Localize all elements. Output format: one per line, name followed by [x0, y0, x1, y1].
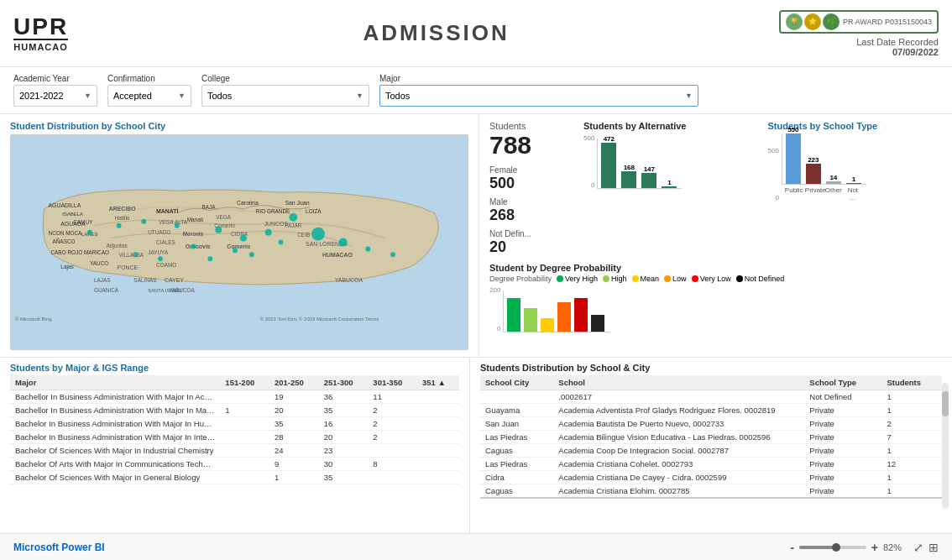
- degree-bar-notdefined: [591, 315, 604, 332]
- alt-bar-2: [621, 171, 636, 188]
- female-value: 500: [489, 175, 573, 192]
- students-value: 788: [489, 131, 573, 159]
- stype-y-max: 500: [768, 147, 779, 154]
- svg-text:YAUCO: YAUCO: [90, 260, 108, 266]
- svg-text:AÑASCO: AÑASCO: [52, 238, 75, 244]
- table-row: Bachellor In Business Administration Wit…: [10, 404, 459, 417]
- svg-text:MARICAO: MARICAO: [84, 249, 109, 255]
- svg-text:LAJAS: LAJAS: [94, 277, 111, 283]
- svg-text:NCON MOCA: NCON MOCA: [49, 230, 83, 236]
- filters-bar: Academic Year 2021-2022 ▼ Confirmation A…: [0, 67, 952, 114]
- college-select[interactable]: Todos ▼: [201, 85, 369, 107]
- svg-point-65: [133, 252, 138, 257]
- confirmation-label: Confirmation: [107, 74, 191, 83]
- svg-text:CEIB: CEIB: [297, 232, 310, 238]
- svg-point-59: [390, 252, 395, 257]
- zoom-plus-button[interactable]: +: [871, 541, 878, 554]
- table-row: .0002617Not Defined1: [480, 390, 942, 404]
- svg-point-61: [233, 248, 238, 253]
- zoom-slider[interactable]: [799, 546, 866, 549]
- major-select[interactable]: Todos ▼: [379, 85, 698, 107]
- award-icon-1: 🏆: [786, 13, 803, 30]
- col-201: 201-250: [269, 375, 319, 390]
- svg-point-48: [240, 235, 247, 242]
- degree-bar-mean: [541, 318, 554, 332]
- svg-point-53: [117, 223, 122, 228]
- confirmation-select[interactable]: Accepted ▼: [107, 85, 191, 107]
- svg-text:CAMUY: CAMUY: [73, 219, 93, 225]
- svg-text:AGUADILLA: AGUADILLA: [49, 202, 81, 208]
- award-text: PR AWARD P0315150043: [843, 18, 932, 26]
- svg-text:GUANICA: GUANICA: [94, 287, 119, 293]
- table-row: CidraAcademia Cristiana De Cayey - Cidra…: [480, 471, 942, 484]
- stype-bars-container: 550 223 14: [782, 134, 866, 185]
- svg-text:Hatillo: Hatillo: [115, 215, 130, 221]
- male-label: Male: [489, 197, 573, 207]
- col-301: 301-350: [368, 375, 417, 390]
- female-label: Female: [489, 165, 573, 175]
- header-right: 🏆 ⭐ 🌿 PR AWARD P0315150043 Last Date Rec…: [779, 10, 939, 57]
- academic-year-label: Academic Year: [13, 74, 97, 83]
- major-table-wrapper[interactable]: Major 151-200 201-250 251-300 301-350 35…: [10, 375, 459, 484]
- svg-text:LOIZA: LOIZA: [306, 208, 322, 214]
- zoom-minus-button[interactable]: -: [790, 541, 794, 554]
- table-total-row: Total788: [480, 498, 942, 501]
- col-151: 151-200: [220, 375, 269, 390]
- table-row: Bachellor In Business Administration Wit…: [10, 390, 459, 404]
- svg-point-55: [191, 243, 196, 249]
- scrollbar-thumb[interactable]: [942, 391, 949, 416]
- stype-bar-public: [786, 133, 801, 184]
- chevron-down-icon: ▼: [178, 92, 186, 100]
- logo: UPR HUMACAO: [13, 15, 68, 52]
- fullscreen-icon[interactable]: ⤢: [913, 541, 923, 554]
- svg-text:© 2023 TomTom, © 2023 Microsof: © 2023 TomTom, © 2023 Microsoft Corporat…: [260, 317, 379, 322]
- resize-icon[interactable]: ⊞: [928, 541, 939, 554]
- map-svg: AGUADILLA ISABELA AGUADA NCON MOCA AÑASC…: [11, 135, 468, 349]
- alt-bar-4: [662, 186, 677, 188]
- svg-text:FAJAR: FAJAR: [285, 222, 301, 228]
- svg-text:MANATÍ: MANATÍ: [156, 207, 179, 214]
- logo-upr: UPR: [13, 15, 68, 39]
- table-row: Bachelor Of Sciences With Major In Gener…: [10, 471, 459, 484]
- chevron-down-icon: ▼: [356, 92, 364, 100]
- school-type-chart: Students by School Type 500 0 550: [768, 121, 943, 201]
- powerbi-link[interactable]: Microsoft Power BI: [13, 542, 105, 553]
- alt-bars-container: 472 168 147: [597, 139, 682, 189]
- students-label: Students: [489, 121, 573, 131]
- svg-point-52: [141, 219, 146, 224]
- alt-y-min: 0: [583, 181, 594, 189]
- major-igs-section: Students by Major & IGS Range Major 151-…: [0, 358, 470, 533]
- award-icon-2: ⭐: [804, 13, 821, 30]
- degree-bar-low: [557, 302, 571, 332]
- svg-text:Comerio: Comerio: [227, 243, 250, 249]
- page-title: ADMISSION: [93, 20, 779, 46]
- svg-text:ISABELA: ISABELA: [62, 212, 83, 217]
- academic-year-select[interactable]: 2021-2022 ▼: [13, 85, 97, 107]
- table-row: San JuanAcademia Bautista De Puerto Nuev…: [480, 417, 942, 431]
- school-table-wrapper[interactable]: School City School School Type Students …: [480, 375, 942, 501]
- svg-text:VEGA: VEGA: [216, 214, 232, 220]
- degree-bar-veryhigh: [507, 298, 520, 332]
- svg-text:VEGA ALTA: VEGA ALTA: [159, 219, 188, 225]
- chevron-down-icon: ▼: [84, 92, 92, 100]
- alt-y-max: 500: [583, 134, 594, 142]
- male-value: 268: [489, 207, 573, 224]
- svg-point-57: [339, 238, 348, 247]
- table-row: Bachelor In Business Administration With…: [10, 417, 459, 431]
- svg-text:PONCE: PONCE: [118, 264, 139, 270]
- svg-text:UTUADO: UTUADO: [148, 229, 170, 235]
- bottom-bar: Microsoft Power BI - + 82% ⤢ ⊞: [0, 533, 952, 560]
- svg-text:Morovis: Morovis: [183, 231, 204, 237]
- school-table: School City School School Type Students …: [480, 375, 942, 501]
- map-container[interactable]: AGUADILLA ISABELA AGUADA NCON MOCA AÑASC…: [10, 134, 468, 350]
- svg-text:RIO GRANDE: RIO GRANDE: [256, 208, 290, 214]
- zoom-slider-fill: [799, 546, 836, 549]
- svg-text:YABUCOA: YABUCOA: [169, 287, 196, 293]
- view-icons: ⤢ ⊞: [913, 541, 939, 554]
- filter-academic-year: Academic Year 2021-2022 ▼: [13, 74, 97, 107]
- logo-humacao: HUMACAO: [13, 39, 67, 52]
- map-title: Student Distribution by School City: [10, 121, 468, 131]
- degree-bar-verylow: [574, 298, 588, 332]
- alt-bar-1: [601, 143, 616, 188]
- svg-point-49: [215, 227, 222, 233]
